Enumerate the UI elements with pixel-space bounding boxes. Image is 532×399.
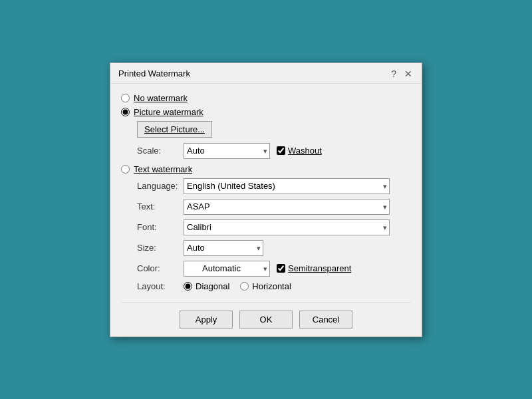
language-select[interactable]: English (United States) (184, 178, 390, 194)
dialog-title: Printed Watermark (118, 68, 190, 78)
no-watermark-label[interactable]: No watermark (134, 93, 188, 103)
washout-checkbox-label[interactable]: Washout (277, 146, 322, 156)
color-row: Color: Automatic Semitransparent (137, 261, 411, 277)
color-controls: Automatic Semitransparent (184, 261, 411, 277)
text-select[interactable]: ASAP (184, 199, 390, 215)
text-select-wrapper: ASAP (184, 199, 390, 215)
no-watermark-radio[interactable] (121, 94, 130, 102)
size-select[interactable]: Auto (184, 240, 263, 256)
layout-row: Layout: Diagonal Horizontal (137, 281, 411, 291)
no-watermark-row: No watermark (121, 93, 411, 103)
scale-select[interactable]: Auto (184, 143, 270, 159)
size-select-wrapper: Auto (184, 240, 263, 256)
select-picture-button[interactable]: Select Picture... (137, 121, 212, 138)
layout-options: Diagonal Horizontal (184, 281, 291, 291)
font-select-wrapper: Calibri (184, 219, 390, 235)
dialog-body: No watermark Picture watermark Select Pi… (110, 84, 422, 336)
language-row: Language: English (United States) (137, 178, 411, 194)
color-select-wrapper: Automatic (184, 261, 270, 277)
dialog-titlebar: Printed Watermark ? ✕ (110, 63, 422, 84)
picture-watermark-label[interactable]: Picture watermark (134, 107, 203, 117)
semitransparent-checkbox-label[interactable]: Semitransparent (277, 263, 351, 273)
color-label: Color: (137, 263, 184, 273)
picture-watermark-row: Picture watermark (121, 107, 411, 117)
ok-button[interactable]: OK (239, 311, 293, 329)
text-watermark-row: Text watermark (121, 164, 411, 174)
help-icon[interactable]: ? (390, 68, 398, 79)
text-watermark-section: Language: English (United States) Text: … (137, 178, 411, 291)
horizontal-radio[interactable] (240, 282, 249, 291)
close-icon[interactable]: ✕ (403, 68, 414, 79)
semitransparent-label: Semitransparent (288, 263, 351, 273)
text-watermark-label[interactable]: Text watermark (134, 164, 192, 174)
horizontal-option[interactable]: Horizontal (240, 281, 291, 291)
font-label: Font: (137, 222, 184, 232)
text-row: Text: ASAP (137, 199, 411, 215)
language-label: Language: (137, 181, 184, 191)
picture-watermark-section: Select Picture... Scale: Auto Washout (137, 121, 411, 159)
button-row: Apply OK Cancel (121, 302, 411, 329)
diagonal-option[interactable]: Diagonal (184, 281, 229, 291)
language-select-wrapper: English (United States) (184, 178, 390, 194)
washout-label: Washout (288, 146, 322, 156)
titlebar-icons: ? ✕ (390, 68, 414, 79)
size-row: Size: Auto (137, 240, 411, 256)
semitransparent-checkbox[interactable] (277, 264, 285, 273)
size-label: Size: (137, 243, 184, 253)
horizontal-label: Horizontal (252, 281, 291, 291)
color-select[interactable]: Automatic (184, 261, 270, 277)
scale-select-wrapper: Auto (184, 143, 270, 159)
text-watermark-radio[interactable] (121, 165, 130, 174)
cancel-button[interactable]: Cancel (299, 311, 352, 329)
font-row: Font: Calibri (137, 219, 411, 235)
text-label: Text: (137, 201, 184, 211)
apply-button[interactable]: Apply (180, 311, 233, 329)
diagonal-radio[interactable] (184, 282, 192, 291)
scale-controls: Auto Washout (184, 143, 411, 159)
diagonal-label: Diagonal (196, 281, 229, 291)
font-select[interactable]: Calibri (184, 219, 390, 235)
printed-watermark-dialog: Printed Watermark ? ✕ No watermark Pictu… (110, 63, 422, 337)
scale-label: Scale: (137, 146, 184, 156)
layout-label: Layout: (137, 281, 184, 291)
washout-checkbox[interactable] (277, 146, 285, 155)
picture-watermark-radio[interactable] (121, 108, 130, 116)
scale-row: Scale: Auto Washout (137, 143, 411, 159)
